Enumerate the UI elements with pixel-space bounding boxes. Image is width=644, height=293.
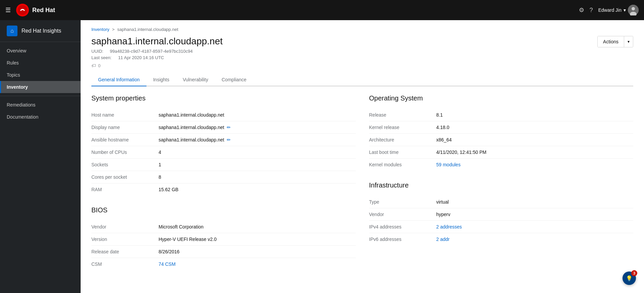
prop-row-ipv6-addresses: IPv6 addresses 2 addr xyxy=(369,233,634,245)
prop-row-displayname: Display name saphana1.internal.cloudapp.… xyxy=(91,121,356,134)
top-navigation: ☰ Red Hat ⚙ ? Edward Jin ▾ xyxy=(0,0,644,20)
prop-row-kernel-modules: Kernel modules 59 modules xyxy=(369,159,634,171)
prop-value-infra-vendor: hyperv xyxy=(436,212,450,217)
sidebar-item-topics[interactable]: Topics xyxy=(0,69,81,81)
sidebar-item-inventory[interactable]: Inventory xyxy=(0,81,81,93)
prop-row-ipv4-addresses: IPv4 addresses 2 addresses xyxy=(369,221,634,233)
breadcrumb-inventory-link[interactable]: Inventory xyxy=(91,27,109,32)
system-properties-table: Host name saphana1.internal.cloudapp.net… xyxy=(91,109,356,196)
main-content: Inventory > saphana1.internal.cloudapp.n… xyxy=(81,20,644,293)
prop-value-hostname: saphana1.internal.cloudapp.net xyxy=(159,112,224,118)
page-uuid: UUID: 99a48238-c9d7-4187-8597-4e97bc310c… xyxy=(91,49,633,54)
prop-label-hostname: Host name xyxy=(91,112,159,118)
prop-label-ipv6-addresses: IPv6 addresses xyxy=(369,237,436,242)
prop-row-architecture: Architecture x86_64 xyxy=(369,134,634,146)
ipv6-addresses-link[interactable]: 2 addr xyxy=(436,237,450,242)
prop-value-kernel-release: 4.18.0 xyxy=(436,125,449,130)
prop-label-ansible-hostname: Ansible hostname xyxy=(91,137,159,142)
help-icon[interactable]: ? xyxy=(590,7,593,14)
ipv4-addresses-link[interactable]: 2 addresses xyxy=(436,224,462,229)
prop-row-release: Release 8.1 xyxy=(369,109,634,121)
prop-row-hostname: Host name saphana1.internal.cloudapp.net xyxy=(91,109,356,121)
content-tabs: General Information Insights Vulnerabili… xyxy=(91,74,633,86)
bios-csm-link[interactable]: 74 CSM xyxy=(159,261,176,267)
prop-row-kernel-release: Kernel release 4.18.0 xyxy=(369,121,634,134)
prop-value-infra-type: virtual xyxy=(436,199,449,205)
prop-label-release: Release xyxy=(369,112,436,118)
prop-label-bios-csm: CSM xyxy=(91,261,159,267)
page-last-seen: Last seen: 11 Apr 2020 14:16 UTC xyxy=(91,55,633,60)
prop-label-cores-per-socket: Cores per socket xyxy=(91,174,159,180)
ansible-hostname-text: saphana1.internal.cloudapp.net xyxy=(159,137,224,142)
sidebar-item-remediations[interactable]: Remediations xyxy=(0,99,81,111)
edit-displayname-icon[interactable]: ✏ xyxy=(227,125,231,130)
tab-vulnerability[interactable]: Vulnerability xyxy=(176,74,215,86)
breadcrumb: Inventory > saphana1.internal.cloudapp.n… xyxy=(91,27,633,32)
tab-insights[interactable]: Insights xyxy=(146,74,176,86)
prop-row-bios-csm: CSM 74 CSM xyxy=(91,258,356,270)
uuid-label: UUID: xyxy=(91,49,103,54)
prop-label-kernel-release: Kernel release xyxy=(369,125,436,130)
kernel-modules-link[interactable]: 59 modules xyxy=(436,162,461,167)
prop-label-cpus: Number of CPUs xyxy=(91,150,159,155)
brand-logo: Red Hat xyxy=(16,4,55,16)
prop-value-bios-vendor: Microsoft Corporation xyxy=(159,224,204,229)
left-column: System properties Host name saphana1.int… xyxy=(91,94,356,270)
edit-ansible-hostname-icon[interactable]: ✏ xyxy=(227,137,231,142)
os-title: Operating System xyxy=(369,94,634,102)
prop-value-architecture: x86_64 xyxy=(436,137,452,142)
displayname-text: saphana1.internal.cloudapp.net xyxy=(159,125,224,130)
prop-label-kernel-modules: Kernel modules xyxy=(369,162,436,167)
help-bubble-icon: 💡 xyxy=(626,275,633,282)
page-title: saphana1.internal.cloudapp.net xyxy=(91,36,223,47)
os-table: Release 8.1 Kernel release 4.18.0 Archit… xyxy=(369,109,634,171)
prop-value-bios-version: Hyper-V UEFI Release v2.0 xyxy=(159,237,217,242)
sidebar-item-rules[interactable]: Rules xyxy=(0,57,81,69)
sidebar-home-icon[interactable]: ⌂ xyxy=(7,26,17,36)
uuid-value: 99a48238-c9d7-4187-8597-4e97bc310c94 xyxy=(110,49,193,54)
page-header: saphana1.internal.cloudapp.net Actions ▾ xyxy=(91,36,633,47)
prop-label-bios-vendor: Vendor xyxy=(91,224,159,229)
prop-label-infra-type: Type xyxy=(369,199,436,205)
operating-system-section: Operating System Release 8.1 Kernel rele… xyxy=(369,94,634,171)
user-menu[interactable]: Edward Jin ▾ xyxy=(598,5,639,15)
prop-value-ansible-hostname: saphana1.internal.cloudapp.net ✏ xyxy=(159,137,231,142)
hamburger-menu[interactable]: ☰ xyxy=(5,6,11,14)
actions-button[interactable]: Actions ▾ xyxy=(597,36,633,47)
prop-label-ipv4-addresses: IPv4 addresses xyxy=(369,224,436,229)
page-layout: ⌂ Red Hat Insights Overview Rules Topics… xyxy=(0,20,644,293)
actions-button-label: Actions xyxy=(598,36,624,47)
breadcrumb-current: saphana1.internal.cloudapp.net xyxy=(117,27,178,32)
svg-point-3 xyxy=(632,7,635,10)
bios-section: BIOS Vendor Microsoft Corporation Versio… xyxy=(91,206,356,270)
tab-compliance[interactable]: Compliance xyxy=(215,74,253,86)
bios-title: BIOS xyxy=(91,206,356,214)
sidebar-item-documentation[interactable]: Documentation xyxy=(0,111,81,123)
sidebar-navigation: Overview Rules Topics Inventory Remediat… xyxy=(0,42,81,126)
prop-row-bios-release-date: Release date 8/26/2016 xyxy=(91,246,356,258)
prop-value-cpus: 4 xyxy=(159,150,161,155)
tab-general-information[interactable]: General Information xyxy=(91,74,146,86)
breadcrumb-separator: > xyxy=(112,27,115,32)
prop-label-infra-vendor: Vendor xyxy=(369,212,436,217)
help-bubble[interactable]: 💡 3 xyxy=(622,271,636,285)
prop-value-ram: 15.62 GB xyxy=(159,187,178,192)
prop-value-bios-csm: 74 CSM xyxy=(159,261,176,267)
prop-row-cores-per-socket: Cores per socket 8 xyxy=(91,171,356,183)
prop-label-last-boot-time: Last boot time xyxy=(369,150,436,155)
sidebar-app-header: ⌂ Red Hat Insights xyxy=(0,20,81,42)
sidebar-app-name-label: Red Hat Insights xyxy=(22,28,61,34)
sidebar: ⌂ Red Hat Insights Overview Rules Topics… xyxy=(0,20,81,293)
user-name: Edward Jin xyxy=(598,7,621,13)
redhat-logo-icon xyxy=(16,4,29,16)
tag-count: 0 xyxy=(98,63,100,68)
user-caret-icon: ▾ xyxy=(624,7,626,13)
prop-value-cores-per-socket: 8 xyxy=(159,174,161,180)
prop-value-last-boot-time: 4/11/2020, 12:41:50 PM xyxy=(436,150,486,155)
avatar xyxy=(628,5,639,15)
sidebar-item-overview[interactable]: Overview xyxy=(0,45,81,57)
settings-icon[interactable]: ⚙ xyxy=(579,6,584,14)
tag-icon: 🏷 xyxy=(91,63,96,68)
sidebar-divider xyxy=(0,96,81,96)
prop-label-bios-release-date: Release date xyxy=(91,249,159,254)
